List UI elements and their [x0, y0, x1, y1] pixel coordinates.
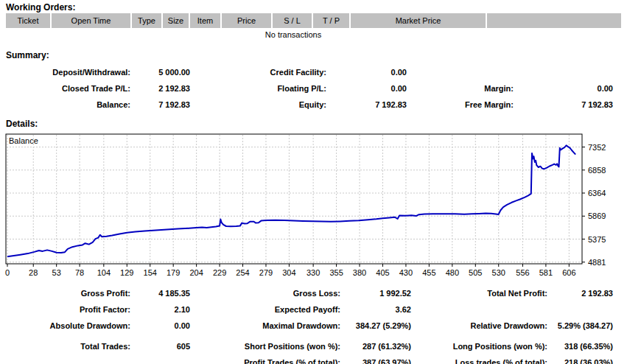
x-tick-label: 204 — [189, 268, 203, 277]
stat-value: 7 192.83 — [130, 97, 190, 113]
balance-line — [7, 145, 575, 256]
x-tick-label: 154 — [144, 268, 157, 277]
orders-header-cell-open-time: Open Time — [52, 13, 130, 28]
statistics-table: Gross Profit:4 185.35Gross Loss:1 992.52… — [0, 285, 627, 364]
orders-table-header: TicketOpen TimeTypeSizeItemPriceS / LT /… — [6, 13, 621, 28]
orders-header-cell-s-l: S / L — [273, 13, 312, 28]
stat-label: Free Margin: — [407, 97, 514, 113]
orders-header-cell-price: Price — [222, 13, 271, 28]
stat-label: Total Trades: — [0, 338, 130, 354]
stat-label — [411, 301, 547, 318]
y-tick-label: 4881 — [588, 258, 606, 267]
x-tick-label: 430 — [399, 268, 413, 277]
stat-label: Relative Drawdown: — [411, 318, 547, 334]
stat-label: Profit Factor: — [0, 301, 130, 318]
stat-value: 0.00 — [326, 80, 407, 97]
summary-rows-row: Deposit/Withdrawal:5 000.00Credit Facili… — [0, 64, 627, 80]
orders-header-cell-market-price: Market Price — [351, 13, 486, 28]
stat-value: 387 (63.97%) — [340, 354, 411, 364]
x-tick-label: 581 — [539, 268, 553, 277]
stat-label: Profit Trades (% of total): — [190, 354, 340, 364]
x-tick-label: 405 — [376, 268, 389, 277]
stat-label: Closed Trade P/L: — [0, 80, 130, 97]
stats-rows-row: Gross Profit:4 185.35Gross Loss:1 992.52… — [0, 285, 627, 301]
stat-value: 287 (61.32%) — [340, 338, 411, 354]
stats-rows-row: Total Trades:605Short Positions (won %):… — [0, 338, 627, 354]
x-tick-label: 455 — [422, 268, 435, 277]
stats-rows-row: Profit Trades (% of total):387 (63.97%)L… — [0, 354, 627, 364]
orders-header-cell-t-p: T / P — [313, 13, 349, 28]
x-tick-label: 78 — [75, 268, 84, 277]
stat-label: Short Positions (won %): — [190, 338, 340, 354]
stat-value: 2 192.83 — [130, 80, 190, 97]
stat-value: 2.10 — [130, 301, 190, 318]
x-tick-label: 279 — [259, 268, 273, 277]
stat-label: Long Positions (won %): — [411, 338, 547, 354]
x-tick-label: 505 — [469, 268, 482, 277]
stat-label: Balance: — [0, 97, 130, 113]
x-tick-label: 355 — [329, 268, 343, 277]
balance-chart: 4881537558696364685873520285378104129154… — [0, 131, 627, 280]
stat-label: Maximal Drawdown: — [190, 318, 340, 334]
stat-value: 4 185.35 — [130, 285, 190, 301]
stat-label: Absolute Drawdown: — [0, 318, 130, 334]
x-tick-label: 606 — [562, 268, 575, 277]
statement-report: Working Orders: TicketOpen TimeTypeSizeI… — [0, 0, 627, 364]
x-tick-label: 28 — [29, 268, 38, 277]
stat-value: 0.00 — [326, 64, 407, 80]
balance-chart-svg: 4881537558696364685873520285378104129154… — [0, 131, 627, 280]
stat-value — [130, 354, 190, 364]
y-tick-label: 6364 — [588, 189, 606, 197]
stat-value: 5.29% (384.27) — [547, 318, 613, 334]
y-tick-label: 5869 — [588, 211, 606, 220]
stat-label: Expected Payoff: — [190, 301, 340, 318]
stat-label: Floating P/L: — [190, 80, 326, 97]
details-title: Details: — [6, 119, 38, 129]
stat-label: Gross Profit: — [0, 285, 130, 301]
stat-value: 3.62 — [340, 301, 411, 318]
no-transactions-message: No transactions — [6, 30, 581, 39]
stat-label: Gross Loss: — [190, 285, 340, 301]
orders-header-cell-type: Type — [132, 13, 161, 28]
stats-rows-row: Absolute Drawdown:0.00Maximal Drawdown:3… — [0, 318, 627, 334]
orders-header-cell-size: Size — [163, 13, 189, 28]
summary-rows-row: Balance:7 192.83Equity:7 192.83Free Marg… — [0, 97, 627, 113]
y-tick-label: 6858 — [588, 166, 606, 175]
stat-label: Deposit/Withdrawal: — [0, 64, 130, 80]
stat-value: 7 192.83 — [514, 97, 613, 113]
x-tick-label: 330 — [307, 268, 320, 277]
x-tick-label: 480 — [446, 268, 459, 277]
stat-value — [514, 64, 613, 80]
stats-rows-row: Profit Factor:2.10Expected Payoff:3.62 — [0, 301, 627, 318]
y-tick-label: 5375 — [588, 235, 606, 244]
orders-header-cell-item: Item — [190, 13, 220, 28]
x-tick-label: 53 — [52, 268, 61, 277]
x-tick-label: 254 — [236, 268, 249, 277]
plot-border — [6, 134, 582, 264]
stat-label: Equity: — [190, 97, 326, 113]
x-tick-label: 380 — [353, 268, 366, 277]
stat-label: Total Net Profit: — [411, 285, 547, 301]
working-orders-title: Working Orders: — [6, 2, 75, 13]
chart-legend-label: Balance — [9, 136, 38, 145]
stat-value: 384.27 (5.29%) — [340, 318, 411, 334]
summary-table: Deposit/Withdrawal:5 000.00Credit Facili… — [0, 64, 627, 113]
stat-value: 2 192.83 — [547, 285, 613, 301]
x-tick-label: 556 — [516, 268, 529, 277]
stat-value: 318 (66.35%) — [547, 338, 613, 354]
y-tick-label: 7352 — [588, 143, 606, 152]
stat-label — [0, 354, 130, 364]
x-tick-label: 179 — [167, 268, 180, 277]
x-tick-label: 0 — [5, 268, 10, 277]
stat-value: 1 992.52 — [340, 285, 411, 301]
x-tick-label: 530 — [492, 268, 505, 277]
x-tick-label: 129 — [120, 268, 133, 277]
summary-title: Summary: — [6, 50, 49, 60]
orders-header-cell-blank — [487, 13, 621, 28]
stat-value: 218 (36.03%) — [547, 354, 613, 364]
stat-value: 0.00 — [514, 80, 613, 97]
x-tick-label: 229 — [213, 268, 226, 277]
stat-value: 605 — [130, 338, 190, 354]
stat-label: Credit Facility: — [190, 64, 326, 80]
stat-label: Margin: — [407, 80, 514, 97]
